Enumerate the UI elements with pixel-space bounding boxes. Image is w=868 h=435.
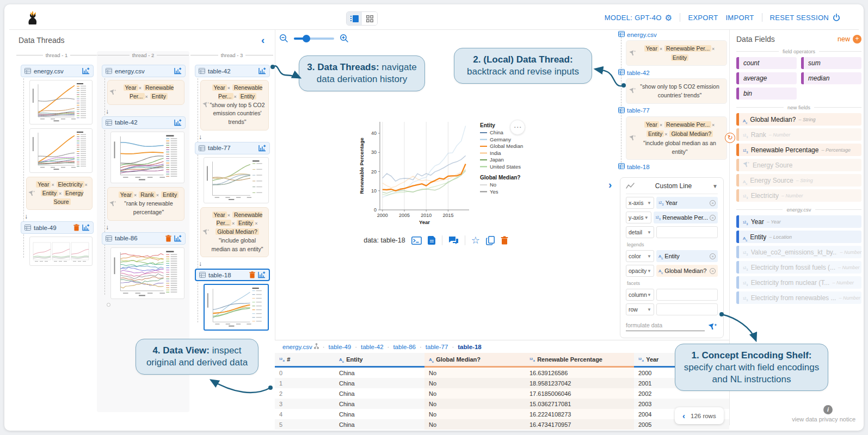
duplicate-button[interactable]: [486, 236, 495, 245]
create-chart-button[interactable]: [82, 67, 90, 74]
data-view-tab-table-77[interactable]: table-77: [426, 344, 448, 350]
delete-table-button[interactable]: [165, 235, 171, 242]
concept-card[interactable]: Year× Rank× Entity "rank by renewable pe…: [107, 187, 184, 220]
zoom-slider[interactable]: [294, 38, 334, 40]
remove-field-icon[interactable]: ×: [712, 46, 715, 52]
encoding-field-empty[interactable]: [656, 226, 718, 238]
remove-field-icon[interactable]: ×: [85, 182, 88, 188]
zoom-in-icon[interactable]: [340, 34, 349, 43]
create-chart-button[interactable]: [174, 119, 182, 126]
clear-field-icon[interactable]: ×: [710, 215, 716, 221]
operator-chip-sum[interactable]: sum: [801, 57, 861, 69]
import-button[interactable]: IMPORT: [725, 14, 754, 22]
table-node-table-86[interactable]: table-86: [102, 232, 186, 245]
trash-icon[interactable]: [73, 224, 79, 231]
data-view-tab-table-86[interactable]: table-86: [393, 344, 416, 350]
zoom-slider-thumb[interactable]: [303, 35, 310, 42]
remove-field-icon[interactable]: ×: [145, 94, 148, 100]
operator-chip-bin[interactable]: bin: [736, 88, 797, 100]
chart-add-icon[interactable]: [258, 67, 266, 74]
field-chip-electricity[interactable]: ¹²₃Electricity– Number: [736, 189, 861, 202]
delete-table-button[interactable]: [73, 224, 79, 231]
encoding-field-x-axis[interactable]: ¹²₃Year×: [656, 197, 718, 209]
concept-card[interactable]: Year× Electricity× Entity× Energy Soure: [26, 177, 93, 210]
formulate-wand-icon[interactable]: [708, 322, 718, 331]
table-node-energy.csv[interactable]: energy.csv: [102, 65, 186, 77]
chart-add-icon[interactable]: [174, 235, 182, 242]
local-thread-table-table-18[interactable]: table-18: [618, 163, 728, 170]
remove-field-icon[interactable]: ×: [139, 85, 141, 91]
create-chart-button[interactable]: [174, 235, 182, 242]
chart-add-icon[interactable]: [258, 145, 266, 152]
refresh-derivation-button[interactable]: ↻: [725, 133, 735, 143]
channel-selector-detail[interactable]: detail▼: [626, 226, 654, 238]
create-chart-button[interactable]: [82, 224, 90, 231]
table-node-table-18[interactable]: table-18: [195, 269, 270, 281]
encoding-field-y-axis[interactable]: ¹²₃Renewable Per...×: [654, 212, 718, 223]
gear-icon[interactable]: ⚙: [665, 14, 673, 22]
chart-more-options-button[interactable]: ⋯: [510, 120, 525, 135]
encoding-field-empty[interactable]: [656, 303, 718, 315]
formulate-data-input[interactable]: formulate data: [626, 322, 705, 331]
channel-selector-column[interactable]: column▼: [626, 289, 654, 301]
concept-card[interactable]: Year× Renewable Per...× Entity: [107, 80, 184, 105]
create-chart-button[interactable]: [258, 67, 266, 74]
chart-thumbnail[interactable]: [110, 132, 184, 184]
remove-field-icon[interactable]: ×: [51, 182, 54, 188]
clear-field-icon[interactable]: ×: [710, 253, 716, 259]
table-node-table-42[interactable]: table-42: [195, 65, 270, 77]
chart-add-icon[interactable]: [82, 224, 90, 231]
remove-field-icon[interactable]: ×: [660, 46, 662, 52]
collapse-shelf-button[interactable]: ›: [608, 179, 612, 191]
remove-field-icon[interactable]: ×: [59, 191, 61, 196]
field-chip-rank[interactable]: ¹²₃Rank– Number: [736, 128, 861, 141]
operator-chip-median[interactable]: median: [801, 72, 861, 84]
column-header-global-median-[interactable]: AcGlobal Median?: [424, 353, 525, 368]
remove-field-icon[interactable]: ×: [234, 94, 237, 100]
channel-selector-row[interactable]: row▼: [626, 303, 654, 315]
encoding-field-empty[interactable]: [656, 289, 718, 301]
delete-table-button[interactable]: [249, 271, 255, 278]
field-chip-value-co2-emissions-kt-by-[interactable]: ¹²₃Value_co2_emissions_kt_by...– Number: [736, 246, 861, 258]
operator-chip-count[interactable]: count: [736, 57, 797, 69]
collapse-threads-button[interactable]: ‹: [261, 34, 264, 46]
delete-chart-button[interactable]: [501, 236, 508, 245]
remove-field-icon[interactable]: ×: [660, 122, 662, 128]
clear-field-icon[interactable]: ×: [710, 200, 716, 206]
encoding-field-opacity[interactable]: AcGlobal Median?×: [656, 265, 718, 277]
privacy-notice-link[interactable]: view data privacy notice: [792, 416, 855, 422]
channel-selector-color[interactable]: color▼: [626, 250, 654, 262]
channel-selector-opacity[interactable]: opacity▼: [626, 265, 654, 277]
remove-field-icon[interactable]: ×: [227, 85, 230, 91]
field-chip-energy-soure[interactable]: Energy Soure: [736, 159, 861, 171]
chart-add-icon[interactable]: [258, 271, 266, 278]
field-chip-energy-source[interactable]: AcEnergy Source– String: [736, 174, 861, 187]
column-header--[interactable]: ¹²₃#: [275, 353, 335, 368]
table-node-table-77[interactable]: table-77: [195, 142, 270, 154]
remove-field-icon[interactable]: ×: [227, 213, 230, 218]
favorite-button[interactable]: ☆: [471, 235, 480, 245]
concept-card[interactable]: Year× Renewable Per...× Entity "show onl…: [200, 80, 269, 130]
channel-selector-y-axis[interactable]: y-axis▼: [626, 212, 651, 223]
chat-button[interactable]: [448, 236, 459, 245]
remove-field-icon[interactable]: ×: [156, 192, 159, 198]
field-chip-electricity-from-nuclear-t-[interactable]: ¹²₃Electricity from nuclear (T...– Numbe…: [736, 276, 861, 289]
table-node-table-42[interactable]: table-42: [102, 116, 186, 129]
chart-add-icon[interactable]: [174, 67, 182, 74]
clear-field-icon[interactable]: ×: [710, 268, 716, 274]
info-icon[interactable]: i: [823, 405, 833, 414]
operator-chip-average[interactable]: average: [736, 72, 797, 84]
chart-thumbnail[interactable]: [110, 247, 184, 300]
field-chip-renewable-percentage[interactable]: ¹²₃Renewable Percentage– Percentage: [736, 144, 861, 156]
data-view-tab-table-18[interactable]: table-18: [458, 344, 481, 350]
create-chart-button[interactable]: [174, 67, 182, 74]
chart-thumbnail[interactable]: [29, 80, 93, 125]
trash-icon[interactable]: [249, 271, 255, 278]
derivation-tree-icon[interactable]: [314, 343, 319, 350]
thread-view-toggle[interactable]: [347, 12, 362, 25]
field-chip-electricity-from-renewables-[interactable]: ¹²₃Electricity from renewables ...– Numb…: [736, 291, 861, 304]
chart-thumbnail[interactable]: [29, 237, 93, 266]
data-view-tab-table-49[interactable]: table-49: [329, 344, 352, 350]
field-chip-global-median-[interactable]: AcGlobal Median?– String: [736, 113, 861, 126]
field-chip-entity[interactable]: AcEntity– Location: [736, 231, 861, 243]
